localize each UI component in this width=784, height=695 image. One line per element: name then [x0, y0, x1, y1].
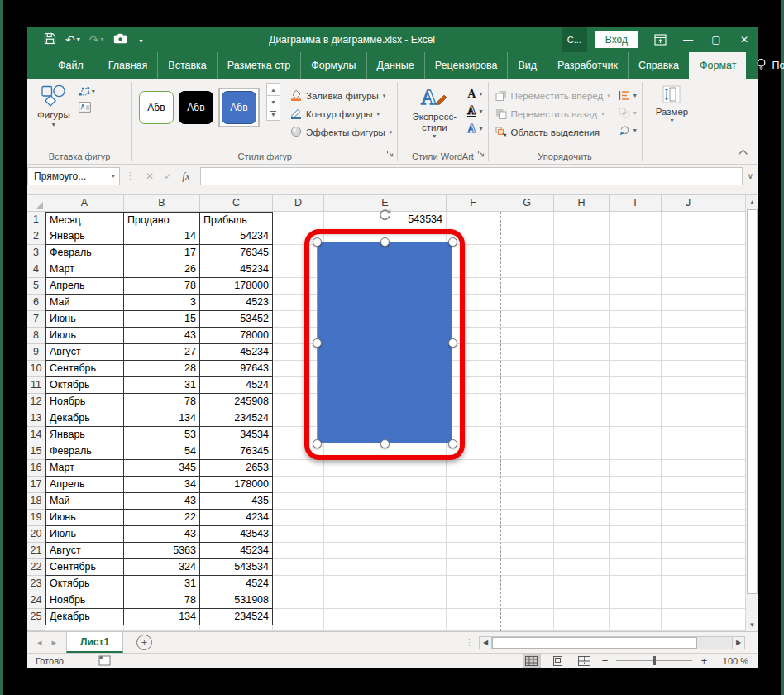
- cell[interactable]: 245908: [200, 394, 273, 410]
- cell[interactable]: [715, 559, 745, 576]
- style-chip-green[interactable]: Абв: [139, 91, 174, 124]
- normal-view-button[interactable]: [523, 654, 541, 668]
- row-header[interactable]: 1: [27, 212, 45, 228]
- cell[interactable]: [662, 559, 715, 576]
- zoom-in-button[interactable]: +: [700, 654, 707, 667]
- cell[interactable]: [500, 576, 554, 592]
- cell[interactable]: 134: [124, 410, 200, 427]
- cell[interactable]: [554, 311, 610, 328]
- cell[interactable]: [500, 361, 554, 377]
- maximize-button[interactable]: ▢: [702, 27, 730, 52]
- cell[interactable]: [500, 460, 554, 477]
- cell[interactable]: Август: [45, 543, 124, 559]
- cell[interactable]: [715, 443, 745, 460]
- cell[interactable]: [610, 377, 662, 394]
- cell[interactable]: [554, 427, 610, 443]
- tab-Рецензирова[interactable]: Рецензирова: [424, 52, 508, 79]
- cell[interactable]: [273, 510, 324, 526]
- cell[interactable]: Май: [45, 295, 124, 311]
- cell[interactable]: [715, 228, 745, 245]
- cell[interactable]: [715, 295, 745, 311]
- cell[interactable]: [324, 576, 447, 592]
- zoom-slider-thumb[interactable]: [653, 656, 656, 665]
- row-header[interactable]: 10: [27, 361, 45, 377]
- row-header[interactable]: 2: [27, 228, 45, 245]
- cell[interactable]: [610, 261, 662, 278]
- cell[interactable]: [610, 576, 662, 592]
- shape-fill-button[interactable]: Заливка фигуры▾: [290, 87, 392, 105]
- sign-in-button[interactable]: Вход: [595, 31, 638, 48]
- cell[interactable]: [500, 477, 554, 493]
- cell[interactable]: [662, 295, 715, 311]
- cell[interactable]: [500, 443, 554, 460]
- shape-styles-dialog-launcher-icon[interactable]: [386, 146, 394, 161]
- cell[interactable]: [554, 394, 610, 410]
- column-header[interactable]: B: [124, 195, 200, 212]
- cell[interactable]: [662, 245, 715, 261]
- cell[interactable]: 78000: [200, 328, 273, 344]
- cell[interactable]: [662, 311, 715, 328]
- cell[interactable]: [500, 543, 554, 559]
- row-header[interactable]: 21: [27, 543, 45, 559]
- cell[interactable]: 34: [124, 477, 200, 493]
- gallery-scroll-down[interactable]: ▼: [266, 95, 280, 108]
- row-header[interactable]: 3: [27, 245, 45, 261]
- cell[interactable]: Июнь: [45, 510, 124, 526]
- cell[interactable]: [554, 493, 610, 510]
- cell[interactable]: [554, 460, 610, 477]
- row-header[interactable]: 12: [27, 394, 45, 410]
- cell[interactable]: [662, 228, 715, 245]
- cell[interactable]: [662, 543, 715, 559]
- row-header[interactable]: 11: [27, 377, 45, 394]
- style-chip-black[interactable]: Абв: [179, 91, 213, 124]
- cell[interactable]: [610, 609, 662, 626]
- cell[interactable]: [500, 311, 554, 328]
- horizontal-scrollbar[interactable]: ⋮ ◀ ▶: [465, 636, 745, 649]
- cell[interactable]: [200, 626, 273, 631]
- cell[interactable]: [554, 443, 610, 460]
- row-header[interactable]: 17: [27, 477, 45, 493]
- cell[interactable]: [554, 377, 610, 394]
- expand-formula-bar-icon[interactable]: ∨: [748, 171, 753, 180]
- tab-Справка[interactable]: Справка: [628, 52, 689, 79]
- save-icon[interactable]: [44, 32, 56, 47]
- cell[interactable]: 78: [124, 278, 200, 295]
- cell[interactable]: [715, 311, 745, 328]
- cell[interactable]: [610, 344, 662, 361]
- cell[interactable]: [500, 228, 554, 245]
- tab-Главная[interactable]: Главная: [98, 52, 158, 79]
- zoom-slider[interactable]: [616, 660, 692, 661]
- cell[interactable]: [500, 493, 554, 510]
- scroll-down-arrow[interactable]: ▼: [746, 618, 758, 631]
- cell[interactable]: 134: [124, 609, 200, 626]
- cell[interactable]: [447, 493, 500, 510]
- cell[interactable]: [610, 510, 662, 526]
- tab-Вставка[interactable]: Вставка: [157, 52, 216, 79]
- cell[interactable]: [554, 212, 610, 228]
- row-header[interactable]: 6: [27, 295, 45, 311]
- cell[interactable]: [324, 460, 447, 477]
- cell[interactable]: 22: [124, 510, 200, 526]
- cell[interactable]: Январь: [45, 427, 124, 443]
- cell[interactable]: 435: [200, 493, 273, 510]
- row-header[interactable]: 15: [27, 443, 45, 460]
- cell[interactable]: [324, 543, 447, 559]
- cell[interactable]: [610, 278, 662, 295]
- cell[interactable]: 324: [124, 559, 200, 576]
- cell[interactable]: 4524: [200, 377, 273, 394]
- cell[interactable]: 45234: [200, 261, 273, 278]
- cell[interactable]: [554, 228, 610, 245]
- camera-icon[interactable]: [113, 33, 127, 46]
- cell[interactable]: 43543: [200, 526, 273, 543]
- cell[interactable]: [610, 493, 662, 510]
- cell[interactable]: 78: [124, 592, 200, 609]
- row-header[interactable]: 20: [27, 526, 45, 543]
- cell[interactable]: Июнь: [45, 311, 124, 328]
- horizontal-scrollbar-track[interactable]: [492, 636, 732, 649]
- rotation-handle-icon[interactable]: [378, 208, 392, 225]
- cell[interactable]: [715, 510, 745, 526]
- cell[interactable]: 4523: [200, 295, 273, 311]
- cell[interactable]: [715, 427, 745, 443]
- cell[interactable]: [715, 592, 745, 609]
- cell[interactable]: [554, 626, 610, 631]
